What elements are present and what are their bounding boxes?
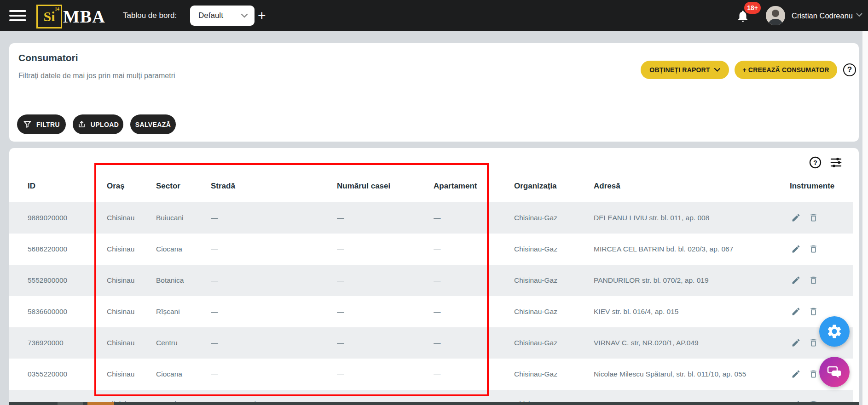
delete-row-button[interactable] bbox=[808, 275, 818, 285]
save-button[interactable]: SALVEAZĂ bbox=[130, 114, 176, 134]
cell-apartament: — bbox=[434, 276, 514, 285]
column-header-id: ID bbox=[28, 182, 107, 191]
edit-row-button[interactable] bbox=[791, 275, 801, 285]
cell-numarul_casei: — bbox=[337, 308, 434, 316]
cell-adresa: VIRNAV C. str, NR.020/1, AP.049 bbox=[594, 339, 782, 347]
delete-row-button[interactable] bbox=[808, 369, 818, 379]
logo-si-text: Si bbox=[43, 10, 55, 23]
edit-row-button[interactable] bbox=[791, 244, 801, 254]
add-dashboard-button[interactable]: + bbox=[258, 0, 266, 31]
upload-label: UPLOAD bbox=[91, 121, 119, 128]
pencil-icon bbox=[791, 244, 801, 254]
table-body: 9889020000ChisinauBuiucani———Chisinau-Ga… bbox=[9, 202, 859, 405]
trash-icon bbox=[809, 369, 818, 379]
dashboard-label: Tablou de bord: bbox=[123, 0, 177, 31]
cell-organizatia: Chisinau-Gaz bbox=[514, 370, 594, 378]
dashboard-select[interactable]: Default bbox=[190, 6, 255, 26]
cell-organizatia: Chisinau-Gaz bbox=[514, 308, 594, 316]
horizontal-scrollbar[interactable] bbox=[9, 402, 859, 405]
logo-si-box: Si 14 bbox=[36, 5, 62, 29]
upload-button[interactable]: UPLOAD bbox=[73, 114, 123, 134]
cell-oras: Chisinau bbox=[107, 370, 156, 378]
cell-adresa: PANDURILOR str. bl. 070/2, ap. 019 bbox=[594, 276, 782, 285]
cell-instrumente bbox=[782, 244, 859, 254]
dashboard-select-value: Default bbox=[198, 11, 223, 20]
delete-row-button[interactable] bbox=[808, 213, 818, 223]
cell-oras: Chisinau bbox=[107, 276, 156, 285]
edit-row-button[interactable] bbox=[791, 369, 801, 379]
cell-instrumente bbox=[782, 307, 859, 317]
table-row: 5686220000ChisinauCiocana———Chisinau-Gaz… bbox=[9, 234, 853, 265]
logo-mba-text: MBA bbox=[63, 8, 105, 25]
chevron-down-icon bbox=[714, 68, 720, 72]
cell-adresa: MIRCEA CEL BATRIN bd. bl. 020/3, ap. 067 bbox=[594, 245, 782, 253]
trash-icon bbox=[809, 213, 818, 222]
page-help-icon[interactable]: ? bbox=[843, 63, 856, 76]
cell-sector: Rîșcani bbox=[156, 308, 211, 316]
column-settings-icon[interactable] bbox=[830, 156, 842, 169]
delete-row-button[interactable] bbox=[808, 338, 818, 348]
pencil-icon bbox=[791, 369, 801, 379]
floating-settings-button[interactable] bbox=[819, 316, 850, 347]
help-circle-icon[interactable]: ? bbox=[809, 156, 822, 169]
edit-row-button[interactable] bbox=[791, 338, 801, 348]
cell-apartament bbox=[434, 390, 514, 400]
table-row: 5552800000ChisinauBotanica———Chisinau-Ga… bbox=[9, 265, 853, 296]
column-header-numarul_casei: Numărul casei bbox=[337, 182, 434, 191]
column-header-apartament: Apartament bbox=[434, 182, 514, 191]
cell-adresa bbox=[594, 390, 782, 400]
pencil-icon bbox=[791, 338, 801, 348]
cell-numarul_casei: — bbox=[337, 276, 434, 285]
cell-strada: — bbox=[211, 308, 337, 316]
user-name[interactable]: Cristian Codreanu bbox=[792, 0, 853, 31]
cell-apartament: — bbox=[434, 214, 514, 222]
delete-row-button[interactable] bbox=[808, 244, 818, 254]
trash-icon bbox=[809, 244, 818, 254]
cell-strada: — bbox=[211, 370, 337, 378]
delete-row-button[interactable] bbox=[808, 307, 818, 317]
cell-organizatia: Chisinau-Gaz bbox=[514, 245, 594, 253]
cell-oras: Chisinau bbox=[107, 245, 156, 253]
logo-superscript: 14 bbox=[55, 6, 59, 11]
filter-button[interactable]: FILTRU bbox=[17, 114, 66, 134]
cell-oras: Chisinau bbox=[107, 214, 156, 222]
cell-apartament: — bbox=[434, 245, 514, 253]
vertical-scrollbar-track[interactable] bbox=[862, 31, 868, 405]
cell-instrumente bbox=[782, 213, 859, 223]
floating-chat-button[interactable] bbox=[819, 357, 850, 387]
table-header-row: IDOrașSectorStradăNumărul caseiApartamen… bbox=[9, 170, 859, 202]
cell-sector: Centru bbox=[156, 339, 211, 347]
cell-adresa: Nicolae Milescu Spătarul, str. bl. 011/1… bbox=[594, 370, 782, 378]
table-row: 736920000ChisinauCentru———Chisinau-GazVI… bbox=[9, 327, 853, 359]
cell-sector: Ciocana bbox=[156, 370, 211, 378]
user-avatar[interactable] bbox=[766, 6, 785, 25]
pencil-icon bbox=[791, 275, 801, 285]
get-report-button[interactable]: OBȚINEȚI RAPORT bbox=[641, 61, 729, 79]
column-header-instrumente: Instrumente bbox=[782, 182, 859, 191]
create-consumer-button[interactable]: + CREEAZĂ CONSUMATOR bbox=[735, 61, 837, 79]
cell-strada: — bbox=[211, 214, 337, 222]
cell-id: 9889020000 bbox=[28, 214, 107, 222]
hamburger-menu-icon[interactable] bbox=[9, 10, 26, 21]
cell-sector: Buiucani bbox=[156, 214, 211, 222]
trash-icon bbox=[809, 275, 818, 285]
edit-row-button[interactable] bbox=[791, 213, 801, 223]
consumers-table-card: ? IDOrașSectorStradăNumărul caseiApartam… bbox=[9, 148, 859, 405]
scrollbar-thumb[interactable] bbox=[58, 402, 83, 405]
edit-row-button[interactable] bbox=[791, 307, 801, 317]
user-menu-chevron-icon[interactable] bbox=[856, 13, 862, 17]
create-consumer-label: + CREEAZĂ CONSUMATOR bbox=[742, 66, 829, 74]
cell-numarul_casei: — bbox=[337, 339, 434, 347]
pencil-icon bbox=[791, 213, 801, 222]
page-title: Consumatori bbox=[18, 52, 78, 63]
cell-numarul_casei: — bbox=[337, 245, 434, 253]
cell-strada: — bbox=[211, 276, 337, 285]
trash-icon bbox=[809, 338, 818, 348]
table-row: 0355220000ChisinauCiocana———Chisinau-Gaz… bbox=[9, 359, 853, 390]
top-navigation-bar: Si 14 MBA Tablou de bord: Default + 18+ … bbox=[0, 0, 868, 31]
cell-organizatia: Chisinau-Gaz bbox=[514, 276, 594, 285]
app-logo: Si 14 MBA bbox=[36, 5, 105, 29]
filter-label: FILTRU bbox=[36, 121, 60, 128]
cell-apartament: — bbox=[434, 370, 514, 378]
table-row: 5836600000ChisinauRîșcani———Chisinau-Gaz… bbox=[9, 296, 853, 327]
